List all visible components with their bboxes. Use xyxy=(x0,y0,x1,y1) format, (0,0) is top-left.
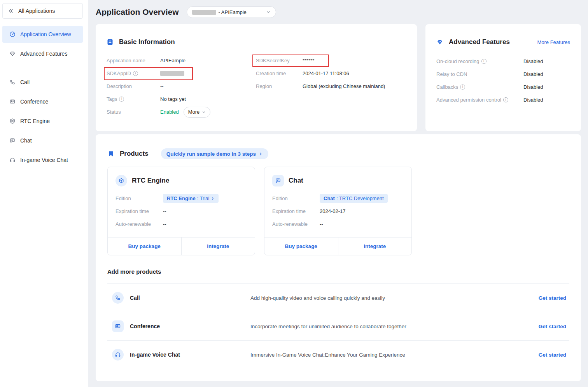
add-product-name: In-game Voice Chat xyxy=(130,352,180,358)
description-value: -- xyxy=(160,83,164,89)
feature-value: Disabled xyxy=(523,71,543,77)
description-label: Description xyxy=(107,83,160,89)
auto-renewable-row: Auto-renewable -- xyxy=(116,218,247,230)
conference-icon xyxy=(112,320,124,332)
info-icon[interactable] xyxy=(503,97,508,102)
advanced-features-title: Advanced Features xyxy=(449,38,510,46)
chevron-right-icon xyxy=(259,152,263,156)
edition-label: Edition xyxy=(272,195,320,201)
region-value: Global (excluding Chinese mainland) xyxy=(303,83,385,89)
description-row: Description -- xyxy=(107,80,256,93)
feature-label: Advanced permission control xyxy=(436,97,523,103)
sidebar-item-rtc-engine[interactable]: RTC Engine xyxy=(2,113,83,130)
auto-renewable-row: Auto-renewable -- xyxy=(272,218,404,230)
headset-icon xyxy=(9,157,16,163)
feature-value: Disabled xyxy=(523,84,543,90)
expiration-value: 2024-02-17 xyxy=(320,208,346,214)
sidebar-item-advanced-features[interactable]: Advanced Features xyxy=(2,45,83,62)
advanced-features-icon xyxy=(436,39,443,46)
all-applications-back[interactable]: All Applications xyxy=(2,3,83,19)
info-icon[interactable] xyxy=(119,97,124,102)
application-selector-label: - APIEample xyxy=(219,9,247,15)
basic-information-card: Basic Information Application name APIEa… xyxy=(96,24,417,131)
feature-label: Callbacks xyxy=(436,84,523,90)
phone-icon xyxy=(112,292,124,304)
feature-row-relay-to-cdn: Relay to CDN Disabled xyxy=(436,68,570,81)
feature-value: Disabled xyxy=(523,58,543,64)
sidebar-item-label: In-game Voice Chat xyxy=(20,157,68,163)
creation-time-row: Creation time 2024-01-17 11:08:06 xyxy=(256,67,385,80)
sdksecretkey-row: SDKSecretKey ****** xyxy=(256,54,385,67)
info-icon[interactable] xyxy=(133,71,138,76)
sidebar-item-label: RTC Engine xyxy=(20,118,50,124)
headset-icon xyxy=(112,349,124,361)
info-icon[interactable] xyxy=(460,84,465,90)
sidebar-item-call[interactable]: Call xyxy=(2,74,83,91)
shield-icon xyxy=(9,118,16,124)
sidebar-item-label: Advanced Features xyxy=(20,51,67,57)
auto-renewable-value: -- xyxy=(320,221,323,227)
get-started-link[interactable]: Get started xyxy=(539,352,569,358)
page-title: Application Overview xyxy=(96,7,179,17)
get-started-link[interactable]: Get started xyxy=(539,295,569,301)
sdkappid-label: SDKAppID xyxy=(107,70,160,76)
tags-row: Tags No tags yet xyxy=(107,93,256,106)
expiration-label: Expiration time xyxy=(116,208,163,214)
add-product-row-call: Call Add high-quality video and voice ca… xyxy=(107,283,569,312)
main-content: Application Overview - APIEample Basic I… xyxy=(88,0,588,387)
buy-package-button[interactable]: Buy package xyxy=(108,237,181,255)
sidebar-divider xyxy=(0,68,88,68)
feature-label: Relay to CDN xyxy=(436,71,523,77)
chat-product-card: Chat Edition Chat : TRTC Development Exp… xyxy=(264,167,412,255)
feature-value: Disabled xyxy=(523,97,543,103)
phone-icon xyxy=(9,79,16,85)
integrate-button[interactable]: Integrate xyxy=(181,237,255,255)
sidebar-item-label: Call xyxy=(20,79,30,85)
auto-renewable-label: Auto-renewable xyxy=(116,221,163,227)
add-product-description: Add high-quality video and voice calling… xyxy=(250,295,539,301)
chat-bubble-icon xyxy=(272,175,284,186)
quick-demo-link[interactable]: Quickly run sample demo in 3 steps xyxy=(161,148,268,159)
status-more-button[interactable]: More xyxy=(184,107,211,118)
edition-row: Edition Chat : TRTC Development xyxy=(272,192,404,205)
sidebar-item-application-overview[interactable]: Application Overview xyxy=(2,26,83,43)
product-name: RTC Engine xyxy=(132,177,169,185)
basic-information-icon xyxy=(107,39,114,46)
sdksecretkey-label: SDKSecretKey xyxy=(256,58,303,63)
expiration-value: -- xyxy=(163,208,166,214)
add-product-name: Call xyxy=(130,295,140,301)
tags-label: Tags xyxy=(107,96,160,102)
page-header: Application Overview - APIEample xyxy=(96,0,581,24)
edition-badge[interactable]: RTC Engine : Trial xyxy=(163,194,219,203)
back-double-chevron-icon xyxy=(8,8,14,14)
add-product-description: Immersive In-Game Voice Chat:Enhance You… xyxy=(250,352,539,358)
get-started-link[interactable]: Get started xyxy=(539,324,569,329)
feature-row-advanced-permission-control: Advanced permission control Disabled xyxy=(436,93,570,106)
creation-time-value: 2024-01-17 11:08:06 xyxy=(303,70,349,76)
application-selector-dropdown[interactable]: - APIEample xyxy=(187,6,276,18)
feature-row-callbacks: Callbacks Disabled xyxy=(436,81,570,93)
conference-icon xyxy=(9,99,16,105)
advanced-features-card: Advanced Features More Features On-cloud… xyxy=(425,24,581,131)
product-name: Chat xyxy=(289,177,303,185)
sidebar-item-chat[interactable]: Chat xyxy=(2,132,83,149)
info-icon[interactable] xyxy=(481,59,486,64)
basic-information-title: Basic Information xyxy=(119,38,175,46)
edition-badge[interactable]: Chat : TRTC Development xyxy=(320,194,388,203)
sidebar-item-conference[interactable]: Conference xyxy=(2,93,83,110)
application-name-value: APIEample xyxy=(160,58,186,63)
feature-label: On-cloud recording xyxy=(436,58,523,64)
expiration-row: Expiration time 2024-02-17 xyxy=(272,205,404,218)
integrate-button[interactable]: Integrate xyxy=(338,237,412,255)
buy-package-button[interactable]: Buy package xyxy=(264,237,338,255)
sidebar-item-in-game-voice-chat[interactable]: In-game Voice Chat xyxy=(2,151,83,169)
sidebar-item-label: Chat xyxy=(20,137,32,144)
products-card: Products Quickly run sample demo in 3 st… xyxy=(96,134,581,381)
sdksecretkey-value: ****** xyxy=(303,58,314,63)
sidebar-item-label: Conference xyxy=(20,99,48,105)
feature-row-on-cloud-recording: On-cloud recording Disabled xyxy=(436,55,570,68)
redacted-sdkappid-value xyxy=(160,71,184,76)
edition-label: Edition xyxy=(116,195,163,201)
more-features-link[interactable]: More Features xyxy=(537,39,570,45)
region-row: Region Global (excluding Chinese mainlan… xyxy=(256,80,385,93)
